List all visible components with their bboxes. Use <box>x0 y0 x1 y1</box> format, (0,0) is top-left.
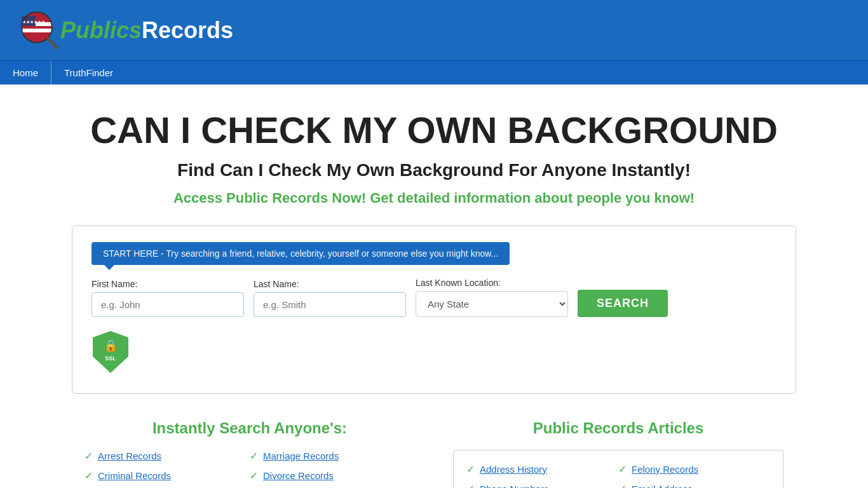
records-col-2: ✓Marriage Records✓Divorce Records✓Death … <box>250 450 415 488</box>
articles-box: ✓Address History✓Phone Numbers✓Social Me… <box>453 450 783 488</box>
list-item: ✓Divorce Records <box>250 470 415 482</box>
page-subtitle: Find Can I Check My Own Background For A… <box>13 160 855 180</box>
list-item: ✓Phone Numbers <box>466 483 618 488</box>
checkmark-icon: ✓ <box>618 483 627 488</box>
search-hint: START HERE - Try searching a friend, rel… <box>92 242 510 265</box>
ssl-shield-icon: 🔒 SSL <box>92 330 130 374</box>
article-link[interactable]: Email Address <box>632 484 693 488</box>
record-link[interactable]: Criminal Records <box>98 470 171 481</box>
search-box: START HERE - Try searching a friend, rel… <box>72 226 796 394</box>
state-select[interactable]: Any StateAlabamaAlaskaArizonaArkansasCal… <box>416 291 568 317</box>
page-title: CAN I CHECK MY OWN BACKGROUND <box>13 110 855 151</box>
checkmark-icon: ✓ <box>250 470 258 482</box>
articles-title: Public Records Articles <box>453 419 783 437</box>
first-name-input[interactable] <box>92 292 244 317</box>
list-item: ✓Felony Records <box>618 463 770 475</box>
checkmark-icon: ✓ <box>466 463 475 475</box>
svg-text:SSL: SSL <box>105 355 116 362</box>
location-label: Last Known Location: <box>416 278 568 288</box>
logo-records: Records <box>142 17 233 43</box>
article-link[interactable]: Phone Numbers <box>480 484 548 488</box>
instantly-title: Instantly Search Anyone's: <box>85 419 415 437</box>
logo-publics: Publics <box>60 17 142 43</box>
articles-col-2: ✓Felony Records✓Email Address✓Bankruptcy <box>618 463 770 488</box>
ssl-shield: 🔒 SSL <box>92 330 130 374</box>
logo-text: PublicsRecords <box>60 17 233 44</box>
search-fields: First Name: Last Name: Last Known Locati… <box>92 278 776 317</box>
instantly-section: Instantly Search Anyone's: ✓Arrest Recor… <box>85 419 440 488</box>
records-col-1: ✓Arrest Records✓Criminal Records✓Backgro… <box>85 450 250 488</box>
location-group: Last Known Location: Any StateAlabamaAla… <box>416 278 568 317</box>
record-link[interactable]: Divorce Records <box>263 470 334 481</box>
cta-text: Access Public Records Now! Get detailed … <box>13 190 855 207</box>
checkmark-icon: ✓ <box>466 483 475 488</box>
list-item: ✓Email Address <box>618 483 770 488</box>
first-name-group: First Name: <box>92 279 244 317</box>
logo-icon: ★★★★★★ <box>19 10 60 51</box>
svg-line-6 <box>48 39 57 48</box>
svg-text:🔒: 🔒 <box>104 339 118 353</box>
navigation: Home TruthFinder <box>0 60 868 85</box>
logo: ★★★★★★ PublicsRecords <box>19 10 233 51</box>
checkmark-icon: ✓ <box>618 463 627 475</box>
ssl-badge: 🔒 SSL <box>92 330 776 374</box>
records-list: ✓Arrest Records✓Criminal Records✓Backgro… <box>85 450 415 488</box>
search-button[interactable]: SEARCH <box>578 290 668 317</box>
main-content: CAN I CHECK MY OWN BACKGROUND Find Can I… <box>0 85 868 488</box>
articles-grid: ✓Address History✓Phone Numbers✓Social Me… <box>466 463 770 488</box>
last-name-input[interactable] <box>254 292 406 317</box>
record-link[interactable]: Arrest Records <box>98 451 161 461</box>
svg-text:★★★★★★: ★★★★★★ <box>22 20 45 24</box>
list-item: ✓Address History <box>466 463 618 475</box>
bottom-section: Instantly Search Anyone's: ✓Arrest Recor… <box>72 419 796 488</box>
list-item: ✓Marriage Records <box>250 450 415 462</box>
nav-truthfinder[interactable]: TruthFinder <box>51 61 126 85</box>
record-link[interactable]: Marriage Records <box>263 451 339 461</box>
article-link[interactable]: Address History <box>480 464 547 475</box>
list-item: ✓Criminal Records <box>85 470 250 482</box>
articles-section: Public Records Articles ✓Address History… <box>440 419 783 488</box>
list-item: ✓Arrest Records <box>85 450 250 462</box>
nav-home[interactable]: Home <box>0 61 51 85</box>
article-link[interactable]: Felony Records <box>632 464 698 475</box>
checkmark-icon: ✓ <box>250 450 258 462</box>
articles-col-1: ✓Address History✓Phone Numbers✓Social Me… <box>466 463 618 488</box>
checkmark-icon: ✓ <box>85 470 93 482</box>
header: ★★★★★★ PublicsRecords <box>0 0 868 60</box>
svg-rect-2 <box>22 29 52 32</box>
last-name-group: Last Name: <box>254 279 406 317</box>
checkmark-icon: ✓ <box>85 450 93 462</box>
last-name-label: Last Name: <box>254 279 406 289</box>
first-name-label: First Name: <box>92 279 244 289</box>
